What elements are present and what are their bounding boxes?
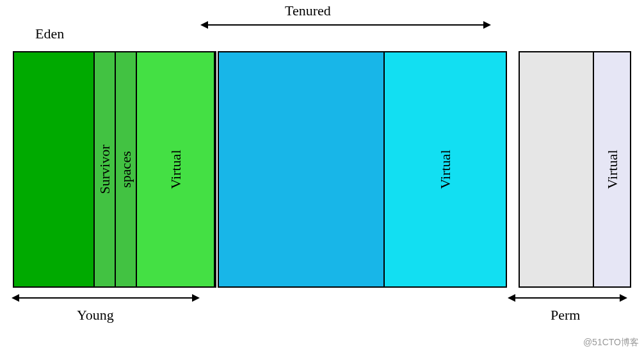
perm-block xyxy=(519,51,594,288)
eden-block xyxy=(13,51,95,288)
young-virtual-block: Virtual xyxy=(136,51,214,288)
top-labels: Eden Tenured xyxy=(13,0,631,51)
tenured-block xyxy=(218,51,385,288)
perm-virtual-block: Virtual xyxy=(593,51,631,288)
memory-blocks-row: Survivor spaces Virtual Virtual Virtual xyxy=(13,51,631,288)
young-span-arrow xyxy=(13,297,198,299)
survivor-block-1: Survivor xyxy=(93,51,116,288)
virtual-label: Virtual xyxy=(604,150,620,189)
perm-span-arrow xyxy=(509,297,626,299)
tenured-label: Tenured xyxy=(285,3,331,19)
tenured-virtual-block: Virtual xyxy=(383,51,507,288)
eden-label: Eden xyxy=(35,26,64,42)
bottom-labels: Young Perm xyxy=(13,288,631,339)
spaces-label: spaces xyxy=(118,151,134,187)
tenured-span-arrow xyxy=(202,24,490,26)
perm-label: Perm xyxy=(551,307,580,324)
young-label: Young xyxy=(77,307,114,324)
virtual-label: Virtual xyxy=(167,150,184,189)
survivor-block-2: spaces xyxy=(115,51,137,288)
diagram-container: Eden Tenured Survivor spaces Virtual Vir… xyxy=(13,0,631,351)
watermark: @51CTO博客 xyxy=(583,337,639,348)
virtual-label: Virtual xyxy=(437,150,454,189)
survivor-label: Survivor xyxy=(97,145,113,194)
